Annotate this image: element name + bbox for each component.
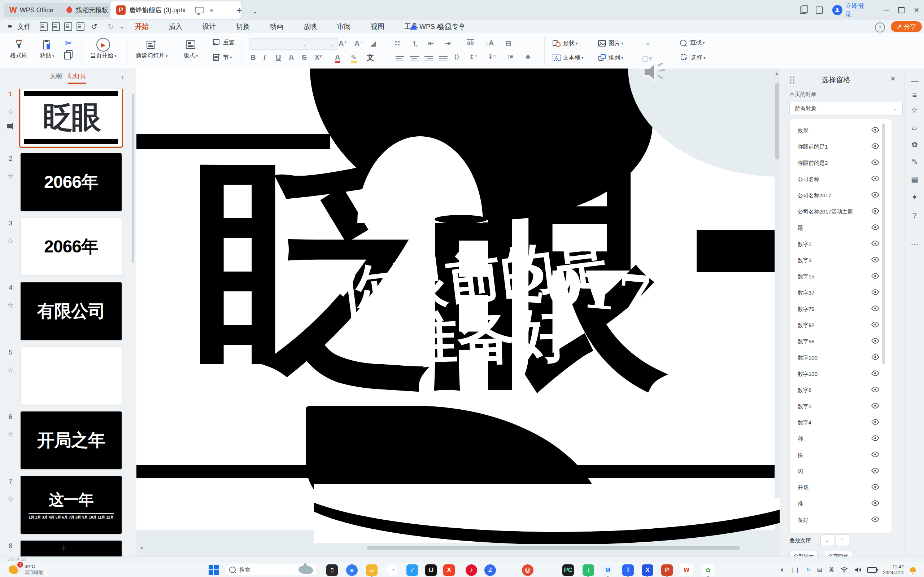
clock[interactable]: 11:42 2024/7/14 xyxy=(883,564,904,575)
object-list-item[interactable]: 数字100 xyxy=(790,350,892,366)
object-list-item[interactable]: 公司名称 xyxy=(790,171,892,187)
volume-icon[interactable] xyxy=(855,567,861,573)
blue-x-app-icon[interactable]: X xyxy=(641,564,654,577)
object-list-item[interactable]: 快 xyxy=(790,447,892,463)
present-monitor-icon[interactable] xyxy=(195,7,204,13)
object-list-item[interactable]: 闪 xyxy=(790,463,892,480)
increase-font-icon[interactable]: A⁺ xyxy=(339,39,347,48)
section-button[interactable]: 节▾ xyxy=(212,53,232,62)
object-list-item[interactable]: 数字37 xyxy=(790,285,892,301)
object-list-item[interactable]: 数字3 xyxy=(790,253,892,269)
taskbar-search[interactable]: 搜索 xyxy=(225,564,318,576)
color-rings-app-icon[interactable] xyxy=(541,564,554,577)
visibility-eye-icon[interactable] xyxy=(871,338,879,345)
input-language-indicator[interactable]: 英 xyxy=(829,567,834,574)
scroll-left-arrow-icon[interactable]: ◂ xyxy=(140,545,142,550)
slide-audio-icon[interactable] xyxy=(7,124,11,128)
more-tools-icon[interactable]: ⋯ xyxy=(905,237,924,251)
powerpoint-icon[interactable]: P xyxy=(661,564,674,577)
increase-indent-icon[interactable]: ⇥ xyxy=(445,39,451,48)
menu-item[interactable]: 插入 xyxy=(166,20,184,33)
battery-icon[interactable] xyxy=(867,567,877,573)
visibility-eye-icon[interactable] xyxy=(871,484,879,491)
bold-button[interactable]: B xyxy=(250,53,255,62)
canvas-vscrollbar[interactable]: ▲ xyxy=(775,71,779,547)
file-explorer-icon[interactable]: ▰ xyxy=(365,564,378,577)
netease-music-icon[interactable]: ♪ xyxy=(465,564,478,577)
docer-template-icon[interactable]: ✿ xyxy=(905,137,924,152)
visibility-eye-icon[interactable] xyxy=(871,403,879,410)
print-icon[interactable] xyxy=(50,20,62,33)
object-list-item[interactable]: 公司名称2017活动主题 xyxy=(790,204,892,220)
visibility-eye-icon[interactable] xyxy=(871,289,879,297)
text-direction-icon[interactable]: ab xyxy=(467,39,474,46)
star-icon[interactable]: ☆ xyxy=(7,237,13,245)
align-center-icon[interactable] xyxy=(410,55,419,63)
menu-item[interactable]: 放映 xyxy=(301,20,319,33)
visibility-eye-icon[interactable] xyxy=(871,305,879,313)
redo-icon[interactable]: ↻ xyxy=(105,20,116,33)
menu-item[interactable]: 切换 xyxy=(234,20,252,33)
print-preview-icon[interactable] xyxy=(74,20,87,33)
visibility-eye-icon[interactable] xyxy=(871,354,879,361)
shape-library-icon[interactable]: ▱ xyxy=(905,121,924,135)
visibility-eye-icon[interactable] xyxy=(871,176,879,183)
tab-wps-home[interactable]: W WPS Office xyxy=(3,3,69,17)
object-list-item[interactable]: 数字15 xyxy=(790,269,892,285)
bullet-list-icon[interactable]: ∷ xyxy=(395,39,400,48)
slide-canvas[interactable]: 眨眼 你眼前的是 2017 准备好 ▲ ◂ xyxy=(136,69,780,556)
slide-thumb-8[interactable] xyxy=(21,541,122,556)
collapse-pane-icon[interactable]: — xyxy=(905,74,924,88)
visibility-eye-icon[interactable] xyxy=(871,143,879,150)
undo-redo-chevron-icon[interactable]: ⌄ xyxy=(118,20,126,33)
green-store-icon[interactable]: ↓ xyxy=(582,564,595,577)
underline-button[interactable]: U xyxy=(276,53,281,62)
decrease-indent-icon[interactable]: ⇤ xyxy=(428,39,434,48)
order-up-button[interactable]: ⌃ xyxy=(835,534,849,546)
wps-office-icon[interactable]: W xyxy=(680,564,693,577)
template-shirt-icon[interactable]: ✶ xyxy=(905,190,924,205)
intellij-idea-icon[interactable]: IJ xyxy=(425,564,438,577)
object-filter-select[interactable]: 所有对象 ⌄ xyxy=(789,102,903,115)
justify-icon[interactable] xyxy=(439,55,447,63)
quark-browser-icon[interactable]: ◔ xyxy=(386,564,399,577)
format-painter-button[interactable]: 格式刷 xyxy=(10,37,27,60)
text-anchor-icon[interactable]: ⊜ xyxy=(525,53,530,60)
menu-item[interactable]: 动画 xyxy=(267,20,286,33)
decrease-font-icon[interactable]: A⁻ xyxy=(354,39,363,48)
new-tab-button[interactable]: + xyxy=(236,5,242,15)
clear-format-eraser-icon[interactable]: ◢ xyxy=(370,39,376,48)
tab-outline[interactable]: 大纲 xyxy=(50,72,62,82)
slide-thumb-5[interactable] xyxy=(21,347,122,405)
font-size-select[interactable]: ⌄ xyxy=(306,38,338,50)
smart-beautify-wand-icon[interactable]: ✎ xyxy=(905,155,924,169)
object-list-item[interactable]: 数字5 xyxy=(790,398,892,415)
star-icon[interactable]: ☆ xyxy=(7,108,13,116)
star-icon[interactable]: ☆ xyxy=(7,366,13,374)
star-icon[interactable]: ☆ xyxy=(7,495,13,503)
wps-ai-button[interactable]: WPS AI xyxy=(408,20,445,33)
picture-button[interactable]: 图片▾ xyxy=(598,39,624,48)
avatar[interactable] xyxy=(832,5,842,15)
visibility-eye-icon[interactable] xyxy=(871,192,879,199)
star-icon[interactable]: ☆ xyxy=(7,172,13,180)
visibility-eye-icon[interactable] xyxy=(871,419,879,426)
menu-item[interactable]: 设计 xyxy=(200,20,218,33)
visibility-eye-icon[interactable] xyxy=(871,160,879,167)
object-list-item[interactable]: 数字6 xyxy=(790,382,892,398)
object-list-item[interactable]: 备好 xyxy=(790,512,892,528)
workspace-box-icon[interactable] xyxy=(816,6,823,14)
tab-slides[interactable]: 幻灯片 xyxy=(68,72,86,84)
minimize-button[interactable] xyxy=(879,10,894,10)
object-list-item[interactable]: 数字79 xyxy=(790,301,892,318)
pycharm-icon[interactable]: PC xyxy=(562,564,575,577)
visibility-eye-icon[interactable] xyxy=(871,451,879,459)
visibility-eye-icon[interactable] xyxy=(871,387,879,394)
object-list-scrollbar[interactable] xyxy=(882,123,885,364)
decor-bar-top-left[interactable] xyxy=(136,134,330,149)
paste-button[interactable]: 粘贴▾ xyxy=(40,37,55,60)
menu-item[interactable]: 审阅 xyxy=(335,20,353,33)
align-right-icon[interactable] xyxy=(425,55,433,63)
restore-button[interactable] xyxy=(894,7,909,13)
slide-thumb-4[interactable]: 有限公司 xyxy=(21,282,122,340)
